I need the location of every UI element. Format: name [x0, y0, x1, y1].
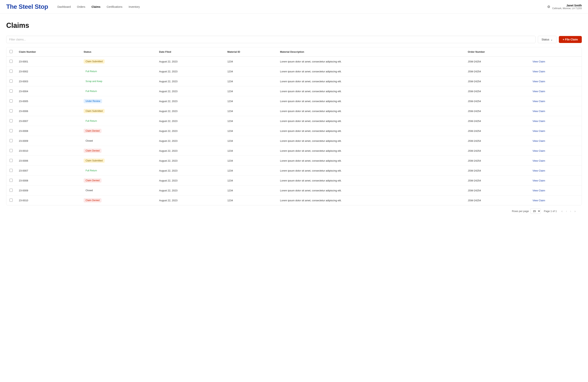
material-desc-cell: Lorem ipsum dolor sit amet, consectetur … [277, 66, 465, 76]
row-checkbox[interactable] [10, 139, 13, 142]
row-checkbox[interactable] [10, 80, 13, 83]
row-checkbox-cell [6, 57, 16, 66]
row-checkbox[interactable] [10, 189, 13, 192]
prev-page-button[interactable]: ‹ [565, 209, 568, 213]
claim-number-cell: 23-0004 [16, 86, 81, 96]
material-id-cell: 1234 [224, 57, 277, 66]
status-cell: Closed [81, 136, 156, 146]
claim-number-cell: 23-0010 [16, 146, 81, 156]
rows-per-page-select[interactable]: 15 25 50 [530, 209, 541, 214]
chevron-down-icon: ⌄ [550, 38, 553, 41]
date-filed-cell: August 22, 2023 [156, 86, 224, 96]
order-number-cell: JSW-24254 [465, 106, 529, 116]
first-page-button[interactable]: « [560, 209, 564, 213]
next-page-button[interactable]: › [569, 209, 572, 213]
claim-number-cell: 23-0006 [16, 106, 81, 116]
view-claim-link[interactable]: View Claim [533, 120, 545, 123]
table-row: 23-0006Claim SubmittedAugust 22, 2023123… [6, 106, 582, 116]
view-claim-cell: View Claim [529, 96, 582, 106]
nav-link-inventory[interactable]: Inventory [128, 5, 140, 8]
view-claim-link[interactable]: View Claim [533, 179, 545, 182]
view-claim-link[interactable]: View Claim [533, 80, 545, 83]
view-claim-link[interactable]: View Claim [533, 90, 545, 93]
rows-per-page: Rows per page 15 25 50 [512, 209, 541, 214]
material-desc-cell: Lorem ipsum dolor sit amet, consectetur … [277, 86, 465, 96]
order-number-cell: JSW-24254 [465, 57, 529, 66]
status-filter-button[interactable]: Status ⌄ [538, 36, 556, 43]
table-header: Claim Number Status Date Filed Material … [6, 47, 582, 57]
order-number-cell: JSW-24254 [465, 195, 529, 205]
row-checkbox[interactable] [10, 60, 13, 63]
nav-link-orders[interactable]: Orders [77, 5, 85, 8]
view-claim-link[interactable]: View Claim [533, 100, 545, 103]
row-checkbox[interactable] [10, 70, 13, 73]
status-cell: Under Review [81, 96, 156, 106]
row-checkbox[interactable] [10, 179, 13, 182]
material-desc-cell: Lorem ipsum dolor sit amet, consectetur … [277, 156, 465, 166]
row-checkbox[interactable] [10, 89, 13, 93]
status-cell: Full Return [81, 66, 156, 76]
material-id-cell: 1234 [224, 166, 277, 176]
view-claim-link[interactable]: View Claim [533, 139, 545, 142]
view-claim-link[interactable]: View Claim [533, 60, 545, 63]
header-status: Status [81, 47, 156, 57]
nav-link-claims[interactable]: Claims [92, 5, 101, 8]
material-id-cell: 1234 [224, 116, 277, 126]
view-claim-cell: View Claim [529, 66, 582, 76]
status-badge: Claim Submitted [84, 59, 105, 64]
gear-icon[interactable]: ⚙ [547, 5, 550, 9]
view-claim-cell: View Claim [529, 126, 582, 136]
date-filed-cell: August 22, 2023 [156, 156, 224, 166]
status-badge: Under Review [84, 99, 102, 103]
table-row: 23-0006Claim SubmittedAugust 22, 2023123… [6, 156, 582, 166]
view-claim-link[interactable]: View Claim [533, 129, 545, 132]
date-filed-cell: August 22, 2023 [156, 106, 224, 116]
status-filter-label: Status [542, 38, 549, 41]
user-name: Janet Smith [552, 4, 582, 7]
navbar: The Steel Stop DashboardOrdersClaimsCert… [0, 0, 588, 14]
row-checkbox[interactable] [10, 149, 13, 152]
status-cell: Full Return [81, 116, 156, 126]
nav-link-dashboard[interactable]: Dashboard [57, 5, 71, 8]
status-badge: Claim Denied [84, 149, 102, 153]
status-badge: Full Return [84, 169, 99, 173]
table-row: 23-0005Under ReviewAugust 22, 20231234Lo… [6, 96, 582, 106]
claim-number-cell: 23-0009 [16, 136, 81, 146]
row-checkbox[interactable] [10, 99, 13, 103]
view-claim-cell: View Claim [529, 176, 582, 186]
nav-link-certifications[interactable]: Certifications [106, 5, 122, 8]
row-checkbox[interactable] [10, 199, 13, 202]
claim-number-cell: 23-0003 [16, 76, 81, 86]
select-all-checkbox[interactable] [10, 50, 13, 53]
row-checkbox[interactable] [10, 109, 13, 112]
table-row: 23-0004Full ReturnAugust 22, 20231234Lor… [6, 86, 582, 96]
row-checkbox[interactable] [10, 169, 13, 172]
view-claim-link[interactable]: View Claim [533, 159, 545, 162]
view-claim-link[interactable]: View Claim [533, 149, 545, 152]
claim-number-cell: 23-0007 [16, 116, 81, 126]
date-filed-cell: August 22, 2023 [156, 146, 224, 156]
filter-input[interactable] [6, 36, 536, 43]
row-checkbox[interactable] [10, 119, 13, 122]
row-checkbox[interactable] [10, 129, 13, 132]
material-id-cell: 1234 [224, 146, 277, 156]
view-claim-link[interactable]: View Claim [533, 169, 545, 172]
view-claim-link[interactable]: View Claim [533, 199, 545, 202]
order-number-cell: JSW-24254 [465, 126, 529, 136]
status-badge: Claim Denied [84, 198, 102, 202]
material-desc-cell: Lorem ipsum dolor sit amet, consectetur … [277, 195, 465, 205]
table-body: 23-0001Claim SubmittedAugust 22, 2023123… [6, 57, 582, 205]
view-claim-link[interactable]: View Claim [533, 189, 545, 192]
material-desc-cell: Lorem ipsum dolor sit amet, consectetur … [277, 76, 465, 86]
order-number-cell: JSW-24254 [465, 76, 529, 86]
status-cell: Claim Submitted [81, 106, 156, 116]
row-checkbox[interactable] [10, 159, 13, 162]
file-claim-button[interactable]: + File Claim [559, 36, 582, 43]
view-claim-link[interactable]: View Claim [533, 110, 545, 113]
last-page-button[interactable]: » [573, 209, 577, 213]
order-number-cell: JSW-24254 [465, 136, 529, 146]
view-claim-link[interactable]: View Claim [533, 70, 545, 73]
claim-number-cell: 23-0008 [16, 176, 81, 186]
row-checkbox-cell [6, 166, 16, 176]
status-cell: Claim Submitted [81, 57, 156, 66]
